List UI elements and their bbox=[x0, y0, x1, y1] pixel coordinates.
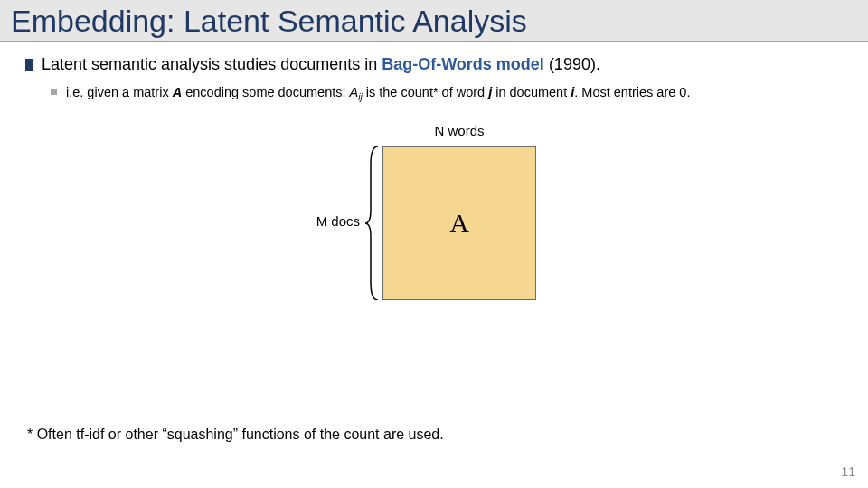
slide-title: Embedding: Latent Semantic Analysis bbox=[11, 4, 857, 39]
matrix-symbol: A bbox=[173, 85, 182, 99]
text-fragment: i.e. given a matrix bbox=[66, 85, 173, 99]
text-fragment: . Most entries are 0. bbox=[574, 85, 690, 99]
matrix-symbol: A bbox=[350, 85, 359, 99]
brace-icon bbox=[365, 146, 380, 300]
bullet-sub-text: i.e. given a matrix A encoding some docu… bbox=[66, 84, 690, 103]
text-fragment: encoding some documents: bbox=[182, 85, 349, 99]
n-words-label: N words bbox=[382, 123, 536, 138]
bullet-main: Latent semantic analysis studies documen… bbox=[25, 53, 843, 75]
matrix-diagram: N words M docs A bbox=[25, 123, 843, 317]
bullet-main-text: Latent semantic analysis studies documen… bbox=[42, 53, 600, 75]
slide-body: Latent semantic analysis studies documen… bbox=[0, 42, 868, 317]
m-docs-label: M docs bbox=[297, 213, 360, 229]
highlight-term: Bag-Of-Words model bbox=[382, 55, 544, 73]
text-fragment: in document bbox=[492, 85, 571, 99]
text-fragment: Latent semantic analysis studies documen… bbox=[42, 55, 382, 73]
sub-bullet-marker-icon bbox=[51, 89, 57, 95]
footnote: * Often tf-idf or other “squashing” func… bbox=[27, 427, 444, 443]
bullet-marker-icon bbox=[25, 59, 33, 71]
text-fragment: (1990). bbox=[544, 55, 600, 73]
page-number: 11 bbox=[841, 465, 855, 479]
title-bar: Embedding: Latent Semantic Analysis bbox=[0, 0, 868, 42]
matrix-box-label: A bbox=[449, 208, 469, 239]
matrix-box: A bbox=[382, 146, 536, 300]
text-fragment: is the count* of word bbox=[363, 85, 488, 99]
bullet-sub: i.e. given a matrix A encoding some docu… bbox=[51, 84, 843, 103]
